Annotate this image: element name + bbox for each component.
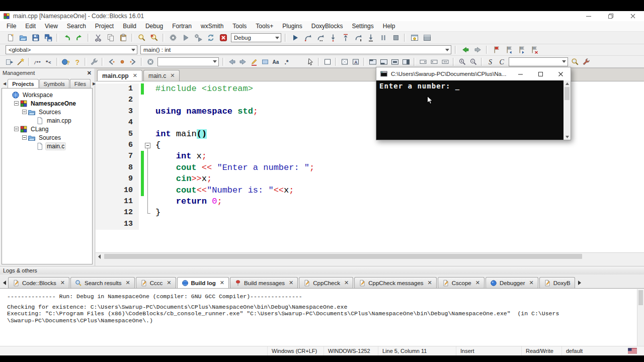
doxy-wizard-button[interactable] xyxy=(15,57,26,67)
next-bookmark-button[interactable] xyxy=(515,45,528,55)
menu-search[interactable]: Search xyxy=(62,22,91,31)
wxs-swap-button[interactable] xyxy=(440,57,451,67)
log-tab-code-blocks[interactable]: Code::Blocks✕ xyxy=(8,277,69,288)
console-maximize-button[interactable] xyxy=(530,67,550,80)
abort-build-button[interactable] xyxy=(217,33,229,43)
menu-plugins[interactable]: Plugins xyxy=(278,22,306,31)
editor-horizontal-scrollbar[interactable] xyxy=(96,252,644,260)
break-debugger-button[interactable] xyxy=(377,33,389,43)
menu-tools[interactable]: Tools xyxy=(228,22,251,31)
doxy-comment-line-button[interactable]: *< xyxy=(43,57,54,67)
find-button[interactable] xyxy=(135,33,148,43)
tree-item-clang[interactable]: CLang xyxy=(2,125,92,133)
letter-c-tool-button[interactable]: C xyxy=(496,57,507,67)
prev-bookmark-button[interactable] xyxy=(503,45,515,55)
save-all-button[interactable] xyxy=(42,33,54,43)
tab-close-icon[interactable]: ✕ xyxy=(60,280,65,286)
search-next-button[interactable] xyxy=(237,57,249,67)
doxy-whats-this-button[interactable]: ? xyxy=(60,57,71,67)
fold-margin[interactable] xyxy=(144,140,151,151)
highlight-occurrences-button[interactable] xyxy=(249,57,260,67)
log-tab-cppcheck[interactable]: CppCheck✕ xyxy=(299,277,353,288)
letter-s-tool-button[interactable]: S xyxy=(485,57,496,67)
tab-close-icon[interactable]: ✕ xyxy=(126,280,130,286)
rebuild-button[interactable] xyxy=(204,33,217,43)
tree-expander-icon[interactable] xyxy=(21,109,27,115)
tab-close-icon[interactable]: ✕ xyxy=(475,280,480,286)
stop-debugger-button[interactable] xyxy=(389,33,402,43)
jump-forward-button[interactable] xyxy=(128,57,139,67)
various-info-button[interactable] xyxy=(421,33,433,43)
incsearch-clear-button[interactable] xyxy=(145,57,156,67)
log-tab-build-messages[interactable]: Build messages✕ xyxy=(230,277,298,288)
log-tab-cscope[interactable]: Cscope✕ xyxy=(438,277,485,288)
editor-tab-main-c[interactable]: main.c✕ xyxy=(143,70,180,81)
debugging-windows-button[interactable] xyxy=(408,33,421,43)
tree-item-sources[interactable]: Sources xyxy=(2,108,92,116)
log-tab-debugger[interactable]: Debugger✕ xyxy=(486,277,538,288)
close-button[interactable] xyxy=(622,11,644,21)
replace-button[interactable]: R xyxy=(148,33,160,43)
cut-button[interactable] xyxy=(92,33,104,43)
scroll-left-arrow[interactable] xyxy=(96,253,103,260)
match-case-button[interactable]: Aa xyxy=(271,57,282,67)
console-body[interactable]: Enter a number: _ xyxy=(376,80,571,140)
minimize-button[interactable] xyxy=(578,11,600,21)
build-target-select[interactable]: Debug xyxy=(231,33,281,42)
management-close-button[interactable]: ✕ xyxy=(87,70,92,76)
console-close-button[interactable] xyxy=(550,67,571,80)
undo-button[interactable] xyxy=(60,33,73,43)
menu-settings[interactable]: Settings xyxy=(347,22,378,31)
scrollbar-thumb[interactable] xyxy=(638,290,643,305)
paste-button[interactable] xyxy=(117,33,129,43)
debug-continue-button[interactable] xyxy=(289,33,301,43)
select-highlight-button[interactable] xyxy=(260,57,271,67)
log-tab-build-log[interactable]: Build log✕ xyxy=(177,277,229,288)
jump-back-button[interactable] xyxy=(106,57,117,67)
function-select[interactable]: main() : int xyxy=(140,45,451,54)
wxs-prev-button[interactable] xyxy=(418,57,429,67)
wxs-next-button[interactable] xyxy=(429,57,440,67)
step-into-button[interactable] xyxy=(327,33,339,43)
tabs-scroll-left-button[interactable]: ◀ xyxy=(2,81,8,88)
new-file-button[interactable] xyxy=(4,33,17,43)
wxs-add-page-button[interactable] xyxy=(400,57,412,67)
tab-close-icon[interactable]: ✕ xyxy=(344,280,349,286)
scroll-down-icon[interactable] xyxy=(566,134,569,140)
wxs-pointer-button[interactable] xyxy=(305,57,316,67)
console-title-bar[interactable]: C:\Users\Swarup-PC\Documents\CPlus\Na... xyxy=(376,67,571,80)
forward-jump-button[interactable] xyxy=(471,45,484,55)
jump-current-button[interactable] xyxy=(117,57,128,67)
wxs-add-after-button[interactable] xyxy=(389,57,400,67)
doxy-help-button[interactable]: ? xyxy=(71,57,83,67)
redo-button[interactable] xyxy=(73,33,86,43)
editor-tab-main-cpp[interactable]: main.cpp✕ xyxy=(97,70,142,81)
settings-wrench-button[interactable] xyxy=(581,57,592,67)
tree-item-main-cpp[interactable]: main.cpp xyxy=(2,116,92,125)
wxs-add-before-button[interactable] xyxy=(378,57,389,67)
symbol-search-button[interactable] xyxy=(570,57,581,67)
run-to-cursor-button[interactable] xyxy=(301,33,314,43)
preview-zoom-in-button[interactable] xyxy=(457,57,468,67)
tree-expander-icon[interactable] xyxy=(13,126,19,132)
wxs-add-into-button[interactable] xyxy=(367,57,378,67)
tab-close-icon[interactable]: ✕ xyxy=(289,280,293,286)
logs-tabs-scroll-right-button[interactable] xyxy=(576,281,583,288)
preview-zoom-out-button[interactable] xyxy=(468,57,479,67)
save-button[interactable] xyxy=(29,33,42,43)
next-instruction-button[interactable] xyxy=(352,33,364,43)
tab-close-icon[interactable]: ✕ xyxy=(170,72,175,79)
log-tab-search-results[interactable]: Search results✕ xyxy=(70,277,135,288)
doxy-comment-block-button[interactable]: /** xyxy=(32,57,43,67)
scrollbar-thumb[interactable] xyxy=(104,254,582,259)
clear-bookmarks-button[interactable] xyxy=(528,45,540,55)
menu-fortran[interactable]: Fortran xyxy=(168,22,196,31)
logs-tabs-scroll-left-button[interactable] xyxy=(1,281,8,288)
menu-file[interactable]: File xyxy=(2,22,21,31)
log-tab-cccc[interactable]: Cccc✕ xyxy=(136,277,176,288)
console-minimize-button[interactable] xyxy=(510,67,530,80)
toggle-bookmark-button[interactable] xyxy=(490,45,503,55)
management-tab-symbols[interactable]: Symbols xyxy=(39,79,69,88)
back-jump-button[interactable] xyxy=(459,45,471,55)
menu-project[interactable]: Project xyxy=(91,22,118,31)
